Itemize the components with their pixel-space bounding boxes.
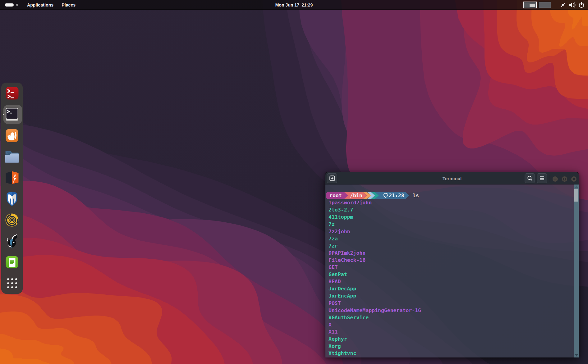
- volume-icon: [569, 2, 576, 8]
- terminal-output-line: GenPat: [325, 271, 574, 278]
- dock-item-maltego[interactable]: [1, 209, 23, 230]
- terminal-titlebar[interactable]: Terminal: [325, 172, 579, 184]
- terminal-output-line: GET: [325, 264, 574, 271]
- network-status-button[interactable]: [559, 2, 566, 8]
- titlebar-separator: [550, 175, 550, 182]
- terminal-output-line: X11: [325, 328, 574, 335]
- dock-item-root-terminal[interactable]: [1, 83, 23, 104]
- terminal-output-line: 7za: [325, 235, 574, 242]
- scrollbar-up-arrow[interactable]: [575, 185, 578, 188]
- terminal-output-line: DPAPImk2john: [325, 249, 574, 257]
- show-apps-icon: [6, 277, 18, 289]
- file-listing: 1password2john2to3-2.7411toppm7z7z2john7…: [325, 199, 574, 357]
- terminal-output-line: 2to3-2.7: [325, 206, 574, 213]
- dock-item-beef[interactable]: [1, 230, 23, 252]
- clock[interactable]: Mon Jun 17 21:29: [0, 0, 588, 10]
- dock-item-terminal[interactable]: [1, 104, 23, 125]
- terminal-output-line: UnicodeNameMappingGenerator-16: [325, 307, 574, 314]
- terminal-output-line: 7z: [325, 221, 574, 228]
- scrollbar-down-arrow[interactable]: [575, 354, 578, 357]
- terminal-text: root /bin 21:28 ls 1password2john2to3-2.…: [325, 185, 574, 357]
- minimize-icon: [553, 176, 558, 182]
- terminal-body[interactable]: root /bin 21:28 ls 1password2john2to3-2.…: [325, 184, 579, 357]
- running-indicator-dot: [3, 114, 4, 115]
- terminal-output-line: 411toppm: [325, 213, 574, 221]
- terminal-output-line: FileCheck-16: [325, 257, 574, 264]
- terminal-scrollbar[interactable]: [574, 184, 579, 357]
- terminal-output-line: Xorg: [325, 343, 574, 350]
- dock-item-cherrytree[interactable]: [1, 252, 23, 273]
- terminal-output-line: HEAD: [325, 278, 574, 285]
- menu-icon: [539, 175, 545, 181]
- burpsuite-icon: [6, 171, 19, 184]
- dock: [1, 83, 23, 294]
- terminal-output-line: JxrEncApp: [325, 292, 574, 299]
- terminal-icon: [6, 108, 18, 121]
- power-icon: [578, 2, 585, 8]
- dock-item-files[interactable]: [1, 146, 23, 167]
- menu-button[interactable]: [537, 173, 547, 183]
- dock-item-firefox[interactable]: [1, 125, 23, 146]
- network-icon: [560, 2, 566, 8]
- workspace-preview-1[interactable]: [523, 2, 537, 8]
- terminal-output-line: 1password2john: [325, 199, 574, 206]
- prompt-path: /bin: [350, 193, 362, 198]
- terminal-output-line: 7zr: [325, 242, 574, 249]
- terminal-output-line: X: [325, 321, 574, 328]
- maximize-button[interactable]: [562, 176, 567, 182]
- top-bar: Applications Places Mon Jun 17 21:29: [0, 0, 588, 10]
- workspace-preview-2[interactable]: [538, 2, 551, 8]
- search-button[interactable]: [525, 173, 535, 183]
- prompt-user: root: [329, 193, 342, 198]
- terminal-output-line: JxrDecApp: [325, 285, 574, 292]
- prompt-line: root /bin 21:28 ls: [325, 192, 574, 199]
- prompt-time: 21:28: [389, 193, 404, 198]
- cherrytree-icon: [6, 256, 18, 268]
- power-status-button[interactable]: [578, 2, 585, 8]
- terminal-window: Terminal root /bin 21:28 ls 1password2jo…: [325, 172, 579, 357]
- maximize-icon: [562, 176, 567, 182]
- desktop: Applications Places Mon Jun 17 21:29: [0, 0, 588, 364]
- metasploit-icon: [7, 192, 17, 206]
- beef-icon: [7, 234, 18, 248]
- terminal-output-line: VGAuthService: [325, 314, 574, 321]
- terminal-blank-line: [325, 185, 574, 192]
- terminal-output-line: Xtightvnc: [325, 350, 574, 357]
- terminal-output-line: Xephyr: [325, 335, 574, 343]
- close-button[interactable]: [571, 176, 577, 182]
- prompt-command: ls: [413, 192, 419, 199]
- search-icon: [527, 175, 533, 181]
- volume-status-button[interactable]: [569, 2, 576, 8]
- dock-item-show-apps[interactable]: [1, 273, 23, 294]
- dock-item-metasploit[interactable]: [1, 188, 23, 209]
- scrollbar-thumb[interactable]: [574, 189, 578, 202]
- workspace-window-thumb: [530, 4, 535, 7]
- terminal-output-line: POST: [325, 300, 574, 307]
- maltego-icon: [5, 213, 19, 227]
- prompt-powerline: root /bin 21:28: [326, 192, 413, 199]
- files-icon: [5, 150, 19, 163]
- dock-item-burpsuite[interactable]: [1, 167, 23, 188]
- top-bar-right: [523, 0, 588, 10]
- firefox-icon: [6, 129, 18, 142]
- minimize-button[interactable]: [553, 176, 558, 182]
- root-terminal-icon: [6, 87, 19, 100]
- terminal-output-line: 7z2john: [325, 228, 574, 235]
- close-icon: [571, 176, 577, 182]
